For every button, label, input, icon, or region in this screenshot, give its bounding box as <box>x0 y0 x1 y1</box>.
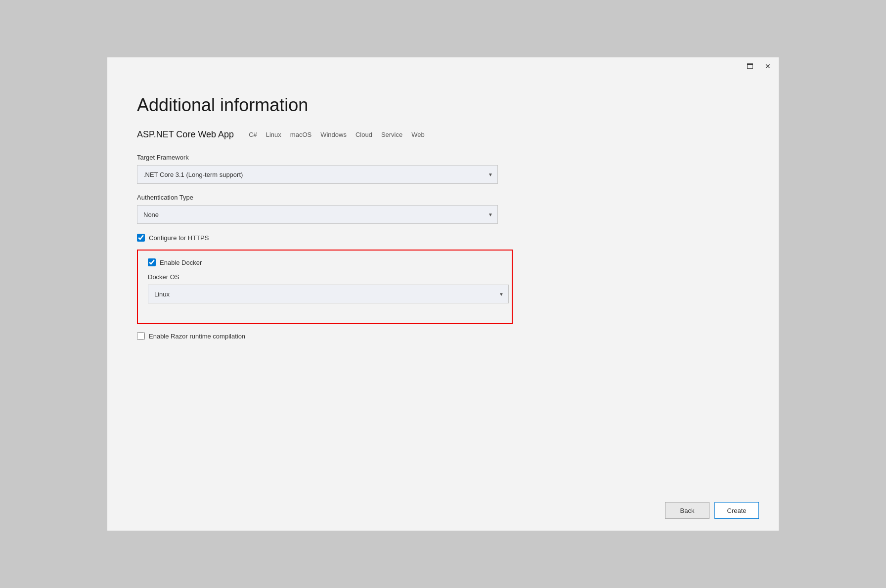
main-window: 🗖 ✕ Additional information ASP.NET Core … <box>107 57 779 531</box>
auth-type-select[interactable]: None Individual Accounts Windows <box>137 205 498 224</box>
target-framework-group: Target Framework .NET Core 3.1 (Long-ter… <box>137 154 749 184</box>
docker-os-select-wrapper: Linux Windows ▼ <box>148 285 509 303</box>
tag-web: Web <box>411 131 425 138</box>
enable-docker-label: Enable Docker <box>160 259 202 266</box>
configure-https-checkbox[interactable] <box>137 234 145 242</box>
target-framework-select-wrapper: .NET Core 3.1 (Long-term support) .NET 5… <box>137 165 498 184</box>
form-section: Target Framework .NET Core 3.1 (Long-ter… <box>137 154 749 464</box>
configure-https-row: Configure for HTTPS <box>137 234 749 242</box>
enable-docker-row: Enable Docker <box>148 258 502 266</box>
configure-https-label: Configure for HTTPS <box>149 234 209 242</box>
target-framework-select[interactable]: .NET Core 3.1 (Long-term support) .NET 5… <box>137 165 498 184</box>
minimize-button[interactable]: 🗖 <box>745 61 755 71</box>
razor-compilation-label: Enable Razor runtime compilation <box>149 333 245 340</box>
docker-os-label: Docker OS <box>148 273 502 281</box>
title-bar: 🗖 ✕ <box>107 57 779 75</box>
docker-section: Enable Docker Docker OS Linux Windows ▼ <box>137 250 513 324</box>
back-button[interactable]: Back <box>665 502 709 519</box>
tag-linux: Linux <box>266 131 281 138</box>
content-area: Additional information ASP.NET Core Web … <box>107 75 779 494</box>
footer: Back Create <box>107 494 779 531</box>
tag-macos: macOS <box>290 131 311 138</box>
tag-cloud: Cloud <box>355 131 372 138</box>
page-title: Additional information <box>137 95 749 116</box>
create-button[interactable]: Create <box>714 502 759 519</box>
auth-type-select-wrapper: None Individual Accounts Windows ▼ <box>137 205 498 224</box>
docker-os-select[interactable]: Linux Windows <box>148 285 509 303</box>
razor-compilation-checkbox[interactable] <box>137 332 145 340</box>
project-info: ASP.NET Core Web App C# Linux macOS Wind… <box>137 129 749 140</box>
tag-service: Service <box>381 131 402 138</box>
project-name: ASP.NET Core Web App <box>137 129 234 140</box>
enable-docker-checkbox[interactable] <box>148 258 156 266</box>
docker-os-group: Docker OS Linux Windows ▼ <box>148 273 502 303</box>
tag-csharp: C# <box>249 131 257 138</box>
close-button[interactable]: ✕ <box>763 61 773 71</box>
razor-compilation-row: Enable Razor runtime compilation <box>137 332 749 340</box>
target-framework-label: Target Framework <box>137 154 749 161</box>
auth-type-label: Authentication Type <box>137 194 749 201</box>
auth-type-group: Authentication Type None Individual Acco… <box>137 194 749 224</box>
tag-windows: Windows <box>320 131 347 138</box>
